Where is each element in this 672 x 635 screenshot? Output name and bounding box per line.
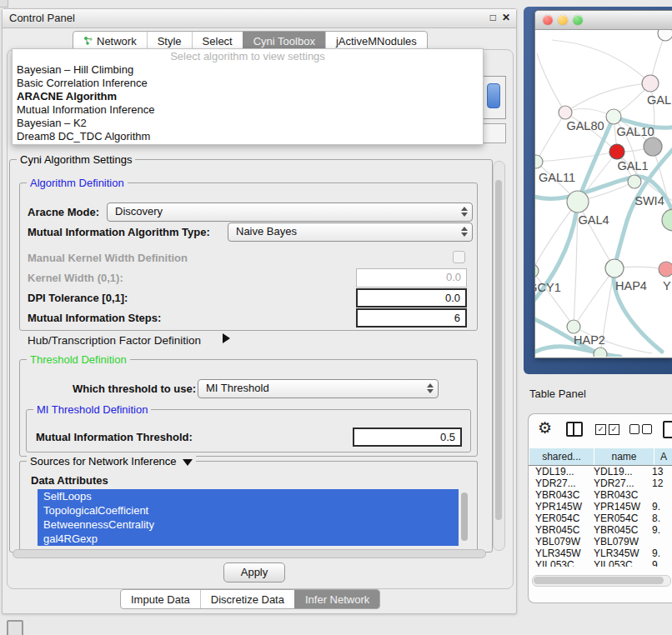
unchecked-checkbox-icon-2[interactable] — [642, 424, 652, 434]
node-gray[interactable] — [644, 138, 662, 156]
checked-checkbox-icon-2[interactable]: ✓ — [609, 424, 619, 435]
zoom-traffic-light[interactable] — [573, 15, 583, 25]
label-swi4: SWI4 — [634, 194, 664, 208]
unchecked-checkbox-icon-1[interactable] — [629, 424, 639, 434]
table-hscrollbar[interactable] — [532, 575, 671, 587]
close-traffic-light[interactable] — [543, 15, 553, 25]
expander-arrow-down-icon[interactable] — [183, 459, 193, 466]
tab-discretize-data[interactable]: Discretize Data — [200, 590, 294, 608]
list-vscrollbar-thumb[interactable] — [461, 492, 468, 541]
hidden-combo-stepper[interactable] — [487, 83, 500, 108]
tab-network-label: Network — [97, 32, 137, 50]
node-hap2[interactable] — [567, 320, 580, 333]
tab-style[interactable]: Style — [147, 32, 192, 50]
node-right-green[interactable] — [662, 209, 672, 231]
label-gal11: GAL11 — [539, 171, 575, 184]
mi-threshold-definition-title: MI Threshold Definition — [33, 403, 151, 416]
document-icon[interactable] — [663, 421, 672, 438]
checked-checkbox-icon-1[interactable]: ✓ — [595, 424, 606, 435]
network-view-window: GAL GAL80 GAL10 GAL1 GAL11 SWI4 GAL4 GCY… — [534, 10, 672, 358]
apply-button[interactable]: Apply — [223, 562, 285, 582]
aracne-mode-combo[interactable]: Discovery — [107, 202, 473, 222]
mi-algorithm-type-combo[interactable]: Naive Bayes — [228, 222, 473, 242]
node-salmon[interactable] — [659, 262, 672, 277]
list-item-betweennesscentrality[interactable]: BetweennessCentrality — [38, 518, 459, 532]
list-item-topologicalcoefficient[interactable]: TopologicalCoefficient — [38, 503, 459, 518]
kernel-width-field[interactable]: 0.0 — [356, 268, 467, 288]
bottom-left-grip[interactable] — [7, 620, 23, 635]
table-body: YDL19...YDL19...13 YDR27...YDR27...12 YB… — [529, 466, 672, 567]
minimize-traffic-light[interactable] — [558, 15, 568, 25]
tab-jactivemnodules[interactable]: jActiveMNodules — [325, 32, 427, 50]
threshold-definition-title: Threshold Definition — [27, 353, 130, 366]
gear-icon[interactable]: ⚙ — [538, 418, 552, 438]
manual-kernel-width-label: Manual Kernel Width Definition — [28, 252, 188, 264]
list-item-gal4rgexp[interactable]: gal4RGexp — [38, 532, 459, 546]
node-bottom-green[interactable] — [594, 348, 607, 357]
columns-icon[interactable] — [566, 422, 583, 437]
column-header-partial[interactable]: A — [654, 448, 672, 465]
dropdown-item-bayesian-hill-climbing[interactable]: Bayesian – Hill Climbing — [13, 63, 483, 77]
label-gal1: GAL1 — [617, 159, 648, 172]
label-gal4: GAL4 — [578, 213, 609, 227]
which-threshold-value: MI Threshold — [206, 382, 269, 394]
algorithm-dropdown-placeholder: Select algorithm to view settings — [13, 49, 483, 63]
column-header-name[interactable]: name — [594, 448, 654, 465]
column-header-shared[interactable]: shared... — [529, 448, 594, 465]
dropdown-item-bayesian-k2[interactable]: Bayesian – K2 — [13, 117, 483, 130]
kernel-width-label: Kernel Width (0,1): — [28, 272, 123, 284]
tab-select[interactable]: Select — [192, 32, 243, 50]
aracne-mode-value: Discovery — [115, 205, 163, 218]
mi-threshold-field[interactable]: 0.5 — [353, 428, 462, 447]
mi-steps-field[interactable]: 6 — [356, 308, 467, 328]
data-attributes-label: Data Attributes — [31, 474, 108, 487]
data-attributes-list: SelfLoops TopologicalCoefficient Between… — [38, 489, 459, 546]
dropdown-item-mutual-information[interactable]: Mutual Information Inference — [13, 103, 483, 117]
network-canvas[interactable]: GAL GAL80 GAL10 GAL1 GAL11 SWI4 GAL4 GCY… — [535, 30, 672, 357]
tab-infer-network[interactable]: Infer Network — [294, 590, 379, 608]
mi-steps-label: Mutual Information Steps: — [28, 312, 161, 324]
sources-title-text: Sources for Network Inference — [30, 455, 177, 468]
which-threshold-combo[interactable]: MI Threshold — [198, 379, 439, 398]
tab-network[interactable]: Network — [73, 32, 147, 50]
node-swi4[interactable] — [628, 175, 641, 188]
combo-stepper-icon — [426, 382, 434, 394]
node-gal10[interactable] — [606, 109, 621, 124]
list-item-selfloops[interactable]: SelfLoops — [38, 489, 459, 503]
mi-algorithm-type-value: Naive Bayes — [236, 225, 297, 238]
node-gcy1[interactable] — [535, 264, 539, 278]
table-header-row: shared... name A — [529, 448, 672, 465]
combo-stepper-icon — [460, 226, 468, 238]
float-window-icon[interactable]: □ — [490, 12, 496, 23]
label-y-partial: Y — [663, 279, 671, 292]
node-gal1-red[interactable] — [609, 144, 624, 159]
settings-hscrollbar-thumb[interactable] — [13, 549, 486, 558]
combo-stepper-icon — [460, 206, 468, 218]
aracne-mode-label: Aracne Mode: — [28, 206, 99, 218]
hub-definition-expander-label[interactable]: Hub/Transcription Factor Definition — [28, 334, 201, 347]
manual-kernel-width-checkbox[interactable] — [453, 251, 465, 263]
node-unlabeled[interactable] — [658, 30, 672, 41]
close-window-icon[interactable]: ✕ — [502, 12, 510, 23]
dropdown-item-dream8[interactable]: Dream8 DC_TDC Algorithm — [13, 130, 483, 143]
node-hap4[interactable] — [605, 259, 624, 278]
label-gal80: GAL80 — [566, 119, 604, 132]
table-hscrollbar-thumb[interactable] — [534, 577, 664, 584]
settings-vscrollbar-thumb[interactable] — [495, 180, 502, 520]
table-panel: ⚙ ✓ ✓ shared... name A YDL19...YDL19...1… — [528, 413, 672, 603]
dropdown-item-aracne[interactable]: ARACNE Algorithm — [13, 90, 483, 103]
tab-cyni-toolbox[interactable]: Cyni Toolbox — [243, 32, 325, 50]
control-panel-title: Control Panel — [9, 12, 75, 24]
node-gal-partial[interactable] — [642, 75, 659, 92]
tab-impute-data[interactable]: Impute Data — [121, 590, 200, 608]
sources-group-title: Sources for Network Inference — [27, 455, 196, 468]
label-gal10: GAL10 — [616, 125, 654, 138]
network-view-frame: GAL GAL80 GAL10 GAL1 GAL11 SWI4 GAL4 GCY… — [524, 7, 672, 374]
dropdown-item-basic-correlation[interactable]: Basic Correlation Inference — [13, 77, 483, 90]
dpi-tolerance-field[interactable]: 0.0 — [356, 288, 467, 308]
node-gal4[interactable] — [567, 191, 589, 212]
expander-arrow-right-icon[interactable] — [223, 333, 230, 343]
node-gal80[interactable] — [559, 106, 572, 119]
settings-vscrollbar[interactable] — [493, 161, 505, 551]
list-vscrollbar[interactable] — [460, 491, 469, 544]
